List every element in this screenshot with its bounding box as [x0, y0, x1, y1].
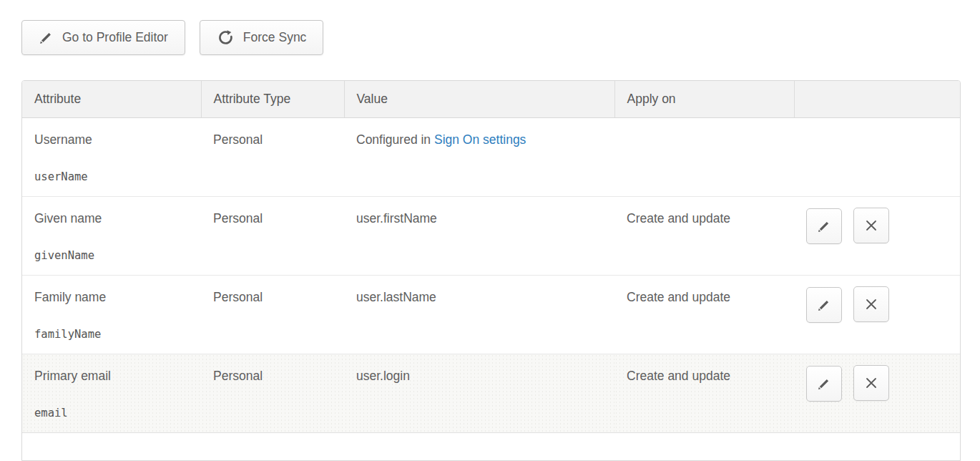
apply-on-value: Create and update [627, 290, 730, 304]
column-header-attribute: Attribute [22, 81, 201, 117]
table-row: UsernameuserNamePersonalConfigured in Si… [22, 117, 961, 196]
table-row: Given namegivenNamePersonaluser.firstNam… [22, 196, 961, 275]
attribute-cell: Given namegivenName [22, 196, 201, 275]
go-to-profile-editor-button[interactable]: Go to Profile Editor [21, 20, 185, 55]
apply-on-cell [614, 117, 794, 196]
attribute-variable-name: givenName [34, 248, 194, 264]
delete-mapping-button[interactable] [853, 365, 889, 401]
x-icon [863, 218, 879, 233]
column-header-attribute-type: Attribute Type [201, 81, 344, 117]
actions-cell [794, 275, 961, 354]
attribute-type-cell: Personal [201, 275, 344, 354]
attribute-type-cell: Personal [201, 196, 344, 275]
pencil-icon [817, 219, 831, 233]
value-cell: user.firstName [344, 196, 614, 275]
table-header-row: AttributeAttribute TypeValueApply on [22, 81, 961, 117]
attribute-mappings-page: Go to Profile Editor Force Sync Attribut… [0, 0, 980, 461]
attribute-type-cell: Personal [201, 117, 344, 196]
toolbar: Go to Profile Editor Force Sync [21, 20, 980, 55]
actions-cell [794, 117, 961, 196]
value-cell: user.lastName [344, 275, 614, 354]
column-header-value: Value [344, 81, 614, 117]
attribute-type: Personal [213, 211, 263, 225]
attribute-type: Personal [213, 132, 263, 147]
attribute-label: Primary email [34, 368, 194, 384]
refresh-icon [217, 29, 235, 47]
mapping-value: user.firstName [356, 211, 437, 225]
pencil-icon [817, 377, 831, 391]
attribute-cell: Family namefamilyName [22, 275, 201, 354]
attribute-type: Personal [213, 290, 263, 304]
pencil-icon [39, 30, 54, 45]
partial-row-cell [22, 432, 961, 461]
apply-on-cell: Create and update [614, 354, 794, 432]
x-icon [863, 296, 879, 312]
attribute-type-cell: Personal [201, 354, 344, 432]
go-to-profile-editor-label: Go to Profile Editor [62, 30, 168, 45]
delete-mapping-button[interactable] [853, 208, 889, 243]
delete-mapping-button[interactable] [853, 286, 889, 322]
table-row: Family namefamilyNamePersonaluser.lastNa… [22, 275, 961, 354]
attribute-type: Personal [213, 369, 263, 383]
force-sync-button[interactable]: Force Sync [200, 20, 324, 55]
apply-on-value: Create and update [627, 369, 730, 383]
edit-mapping-button[interactable] [806, 366, 842, 402]
table-row: Primary emailemailPersonaluser.loginCrea… [22, 354, 961, 432]
mapping-value: user.lastName [356, 290, 436, 304]
table-row-partial [22, 432, 961, 461]
attribute-variable-name: email [34, 405, 194, 422]
apply-on-value: Create and update [627, 211, 730, 225]
mapping-value: user.login [356, 369, 410, 383]
attribute-cell: Primary emailemail [22, 354, 201, 432]
mapping-value-prefix: Configured in [356, 132, 434, 147]
value-cell: Configured in Sign On settings [344, 117, 614, 196]
actions-cell [794, 354, 961, 432]
attribute-mapping-table: AttributeAttribute TypeValueApply on Use… [21, 80, 961, 461]
attribute-cell: UsernameuserName [22, 117, 201, 196]
column-header-apply-on: Apply on [614, 81, 794, 117]
sign-on-settings-link[interactable]: Sign On settings [434, 132, 526, 147]
pencil-icon [817, 298, 831, 312]
apply-on-cell: Create and update [614, 196, 794, 275]
value-cell: user.login [344, 354, 614, 432]
x-icon [863, 375, 879, 391]
apply-on-cell: Create and update [614, 275, 794, 354]
attribute-label: Username [34, 132, 194, 148]
attribute-variable-name: familyName [34, 326, 194, 343]
attribute-label: Family name [34, 289, 194, 306]
column-header-actions [794, 81, 961, 117]
force-sync-label: Force Sync [243, 30, 307, 45]
mapping-value: Configured in Sign On settings [356, 132, 526, 147]
attribute-label: Given name [34, 210, 194, 227]
edit-mapping-button[interactable] [806, 208, 842, 244]
attribute-variable-name: userName [34, 169, 194, 185]
edit-mapping-button[interactable] [806, 287, 842, 323]
actions-cell [794, 196, 961, 275]
